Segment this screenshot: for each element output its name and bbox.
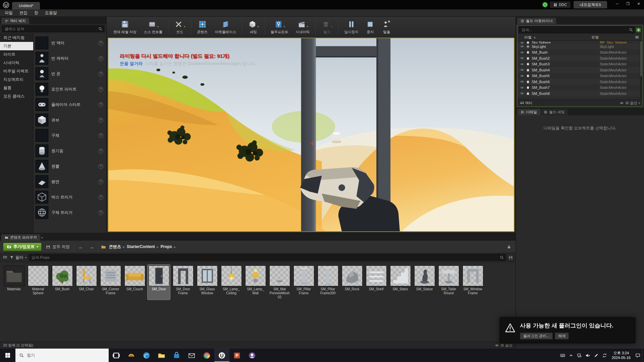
place-category[interactable]: 라이트 [0, 50, 33, 59]
visibility-eye-icon[interactable] [520, 56, 524, 60]
task-view-button[interactable] [109, 349, 124, 362]
asset-tile[interactable]: Material Sphere [27, 265, 49, 300]
place-actor-item[interactable]: 빈 캐릭터 ? [36, 51, 104, 66]
toolbar-pause-button[interactable]: 일시정지 [341, 18, 362, 36]
project-name-tab[interactable]: 내프로젝트5 [574, 1, 607, 8]
place-actor-item[interactable]: 큐브 ? [36, 112, 104, 128]
github-desktop-button[interactable] [245, 349, 260, 362]
asset-tile[interactable]: SM_Corner Frame [99, 265, 122, 300]
view-options-button[interactable]: 뷰 옵션 ▾ [620, 101, 640, 106]
weather-widget-button[interactable] [124, 349, 139, 362]
toolbar-modes-button[interactable]: ▾ 모드 [171, 18, 189, 36]
tab-world-outliner[interactable]: 월드 아웃라이너 [517, 18, 556, 24]
asset-tile[interactable]: SM_Stairs [389, 265, 412, 300]
place-actor-item[interactable]: 빈 액터 ? [36, 35, 104, 51]
asset-tile[interactable]: SM_Couch [123, 265, 146, 300]
pen-settings-button[interactable] [592, 353, 600, 358]
asset-tile[interactable]: SM_Bush [51, 265, 73, 300]
asset-tile[interactable]: SM_Rock [341, 265, 363, 300]
visibility-eye-icon[interactable] [520, 62, 524, 66]
breadcrumb-item[interactable]: 콘텐츠 [108, 244, 122, 250]
asset-tile[interactable]: SM_Chair [75, 265, 98, 300]
place-category[interactable]: 비주얼 이펙트 [0, 67, 33, 75]
network-button[interactable] [575, 353, 584, 358]
manage-plugins-button[interactable]: 플러그인 관리... [520, 333, 553, 340]
asset-tile[interactable]: SM_Lamp_ Ceiling [220, 265, 243, 300]
add-filter-icon[interactable] [636, 27, 641, 33]
place-actor-item[interactable]: 플레이어 스타트 ? [36, 97, 104, 112]
visibility-eye-icon[interactable] [520, 41, 524, 44]
asset-search-input[interactable] [29, 254, 506, 261]
mail-button[interactable] [184, 349, 199, 362]
clock[interactable]: 오후 3:24 2024-05-16 [609, 351, 634, 360]
outliner-search-input[interactable] [519, 26, 635, 33]
outliner-row-partial[interactable]: Sky Sphere BP_Sky_Sphere [518, 41, 640, 44]
breadcrumb-item[interactable]: Props [160, 244, 173, 249]
asset-tile[interactable]: SM_Pillar Frame [292, 265, 315, 300]
sync-button[interactable] [600, 353, 609, 358]
type-column-title[interactable]: 유형 [591, 35, 634, 40]
minimize-button[interactable]: ─ [612, 0, 623, 7]
outliner-row[interactable]: SM_Bush3 StaticMeshActor [518, 61, 640, 67]
place-actor-item[interactable]: 원기둥 ? [36, 143, 104, 159]
tab-place-actors[interactable]: 액터 배치 [1, 18, 29, 24]
place-actor-item[interactable]: 구체 ? [36, 128, 104, 143]
toolbar-save-button[interactable]: 현재 레벨 저장 [110, 18, 140, 36]
save-all-button[interactable]: 모두 저장 [44, 244, 71, 250]
menu-item-0[interactable]: 파일 [1, 9, 16, 17]
start-button[interactable] [0, 349, 15, 362]
lock-icon[interactable] [507, 245, 511, 249]
visibility-eye-icon[interactable] [520, 79, 524, 84]
outliner-row[interactable]: SM_Bush5 StaticMeshActor [518, 73, 640, 79]
asset-tile[interactable]: SM_Lamp_ Wall [244, 265, 267, 300]
unreal-editor-button[interactable] [214, 349, 229, 362]
close-button[interactable]: ✕ [633, 0, 644, 7]
place-actor-item[interactable]: 포인트 라이트 ? [36, 81, 104, 97]
back-button[interactable]: ← [77, 244, 85, 250]
ddc-button[interactable]: DDC [550, 2, 570, 8]
columns-icon[interactable] [634, 35, 640, 39]
asset-tile[interactable]: SM_Glass Window [196, 265, 218, 300]
powerpoint-button[interactable] [229, 349, 245, 362]
taskbar-search[interactable]: 찾기 [15, 349, 109, 362]
notification-center-button[interactable] [634, 353, 642, 358]
outliner-row[interactable]: SM_Bush4 StaticMeshActor [518, 67, 640, 73]
forward-button[interactable]: → [88, 244, 96, 250]
place-actor-item[interactable]: 박스 트리거 ? [36, 189, 104, 205]
scrollbar[interactable] [640, 41, 642, 99]
asset-tile[interactable]: SM_Door [148, 265, 170, 300]
visibility-eye-icon[interactable] [520, 50, 524, 55]
tray-expand-button[interactable] [567, 353, 575, 358]
visibility-eye-icon[interactable] [520, 91, 524, 96]
outliner-row[interactable]: SkyLight SkyLight [518, 44, 640, 50]
maximize-button[interactable]: ❐ [623, 0, 633, 7]
toolbar-content-button[interactable]: 콘텐츠 [194, 18, 211, 36]
visibility-eye-icon[interactable] [520, 68, 524, 72]
view-options-button[interactable]: 뷰 옵션 [495, 343, 513, 348]
toolbar-cine-button[interactable]: ▾ 시네마틱 [292, 18, 313, 36]
asset-folder[interactable]: Materials [3, 265, 25, 300]
column-label[interactable]: 라벨▲ [518, 35, 591, 40]
asset-tile[interactable]: SM_Mat PreviewMesh 02 [268, 265, 291, 300]
edge-button[interactable] [139, 349, 154, 362]
outliner-row[interactable]: SM_Bush8 StaticMeshActor [518, 90, 640, 97]
save-search-icon[interactable] [508, 255, 513, 260]
chrome-button[interactable] [199, 349, 214, 362]
asset-tile[interactable]: SM_Pillar Frame300 [317, 265, 339, 300]
asset-tile[interactable]: SM_Statue [413, 265, 436, 300]
menu-item-3[interactable]: 도움말 [42, 9, 60, 17]
asset-tile[interactable]: SM_Window Frame [462, 265, 484, 300]
toolbar-eject-button[interactable]: 탈출 [379, 18, 394, 36]
outliner-row[interactable]: SM_Bush6 StaticMeshActor [518, 79, 640, 85]
file-explorer-button[interactable] [154, 349, 169, 362]
tab-content-browser[interactable]: 콘텐츠 브라우저 [1, 234, 40, 241]
toolbar-source-button[interactable]: ▾ 소스 컨트롤 [141, 18, 166, 36]
scrollbar-thumb[interactable] [640, 41, 642, 76]
close-icon[interactable]: × [40, 236, 45, 241]
place-category[interactable]: 모든 클래스 [0, 92, 33, 101]
level-tab[interactable]: Untitled* [12, 2, 40, 9]
add-import-button[interactable]: 추가/임포트 ▾ [3, 243, 42, 251]
asset-tile[interactable]: SM_Shelf [365, 265, 387, 300]
viewport[interactable]: 라이팅을 다시 빌드해야 합니다 (빌드 필요: 91개) 문을 열거라 시지를… [108, 38, 515, 232]
asset-tile[interactable]: SM_Table Round [437, 265, 460, 300]
